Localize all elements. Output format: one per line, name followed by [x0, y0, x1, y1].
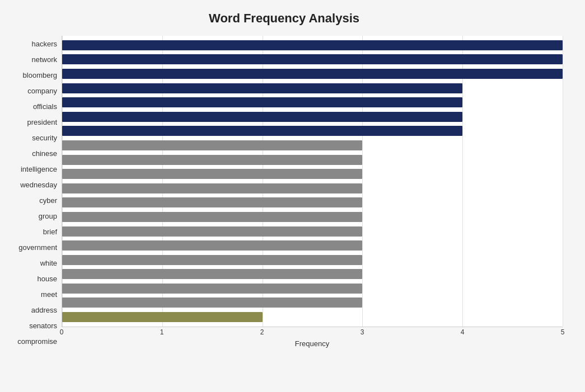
bar — [62, 54, 563, 64]
bar-row — [62, 39, 563, 51]
y-label: group — [39, 210, 57, 223]
x-tick: 5 — [561, 328, 565, 336]
bar-row — [62, 211, 563, 223]
y-label: senators — [29, 320, 57, 332]
bar-row — [62, 282, 563, 295]
bar — [62, 297, 362, 308]
y-label: chinese — [32, 147, 57, 159]
y-label: security — [32, 131, 57, 144]
y-label: compromise — [17, 336, 57, 348]
chart-title: Word Frequency Analysis — [6, 11, 563, 26]
y-label: white — [40, 257, 57, 270]
y-label: bloomberg — [23, 69, 57, 81]
bar-row — [62, 154, 563, 166]
bar-row — [62, 196, 563, 209]
bar-row — [62, 268, 563, 280]
bar-row — [62, 82, 563, 95]
bar-row — [62, 182, 563, 195]
y-label: wednesday — [20, 178, 57, 191]
x-tick: 3 — [361, 328, 364, 336]
bar — [62, 183, 362, 193]
bar-row — [62, 254, 563, 266]
x-ticks: 012345 — [62, 327, 563, 338]
bar — [62, 197, 362, 207]
bar — [62, 169, 362, 179]
x-label: Frequency — [62, 339, 563, 348]
y-label: network — [31, 53, 57, 65]
y-label: president — [27, 116, 57, 128]
y-label: address — [31, 304, 57, 317]
bar — [62, 69, 563, 79]
bar-row — [62, 168, 563, 180]
bar — [62, 269, 362, 279]
bar-row — [62, 111, 563, 123]
y-label: meet — [41, 289, 57, 301]
x-tick: 1 — [160, 328, 164, 336]
bar-row — [62, 296, 563, 309]
bar — [62, 112, 462, 122]
bar-row — [62, 68, 563, 80]
bar — [62, 212, 362, 222]
bar-row — [62, 96, 563, 108]
y-label: brief — [43, 226, 57, 238]
bar — [62, 97, 462, 107]
x-tick: 0 — [60, 328, 64, 336]
bar — [62, 126, 462, 136]
bar-row — [62, 311, 563, 323]
bar-row — [62, 239, 563, 252]
bar — [62, 155, 362, 165]
bar — [62, 255, 362, 265]
bar-row — [62, 53, 563, 65]
chart-container: Word Frequency Analysis hackersnetworkbl… — [0, 0, 585, 392]
bar — [62, 240, 362, 251]
x-tick: 4 — [461, 328, 465, 336]
bar — [62, 83, 462, 93]
bars-area — [62, 36, 563, 327]
y-axis: hackersnetworkbloombergcompanyofficialsp… — [6, 36, 62, 350]
y-label: company — [27, 84, 57, 97]
bar-row — [62, 125, 563, 137]
bar-row — [62, 225, 563, 238]
bar — [62, 284, 362, 294]
bar-row — [62, 139, 563, 152]
y-label: house — [38, 273, 57, 285]
y-label: cyber — [39, 194, 57, 206]
bar — [62, 226, 362, 237]
y-label: officials — [33, 100, 57, 112]
x-tick: 2 — [260, 328, 264, 336]
grid-line — [563, 36, 563, 327]
bar — [62, 312, 263, 322]
bar — [62, 140, 362, 150]
bars-rows — [62, 36, 563, 327]
chart-area: hackersnetworkbloombergcompanyofficialsp… — [6, 36, 563, 350]
bar — [62, 40, 563, 50]
bars-and-x: 012345 Frequency — [62, 36, 563, 350]
x-axis: 012345 Frequency — [62, 327, 563, 350]
y-label: hackers — [31, 37, 57, 50]
y-label: government — [18, 242, 57, 254]
y-label: intelligence — [21, 163, 57, 175]
